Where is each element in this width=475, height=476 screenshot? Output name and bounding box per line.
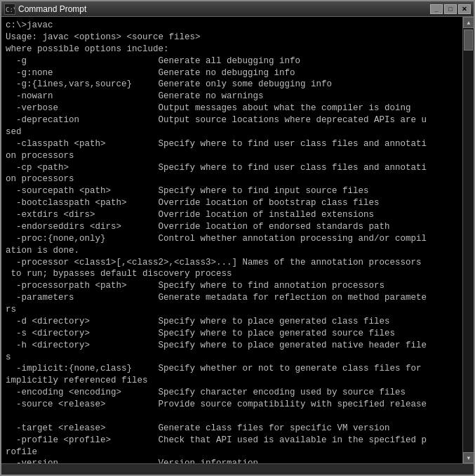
- statusbar: [1, 463, 474, 475]
- window-title: Command Prompt: [18, 4, 86, 14]
- scroll-down-arrow[interactable]: ▼: [463, 452, 474, 463]
- window-controls: _ □ ✕: [430, 4, 471, 14]
- scrollbar[interactable]: ▲ ▼: [462, 17, 474, 463]
- scroll-thumb[interactable]: [464, 29, 473, 51]
- titlebar-left: C:\ Command Prompt: [4, 4, 86, 15]
- scroll-track[interactable]: [463, 28, 474, 452]
- command-prompt-window: C:\ Command Prompt _ □ ✕ c:\>javac Usage…: [0, 0, 475, 476]
- cmd-icon: C:\: [4, 4, 15, 15]
- minimize-button[interactable]: _: [430, 4, 443, 14]
- svg-text:C:\: C:\: [6, 6, 15, 13]
- terminal-output[interactable]: c:\>javac Usage: javac <options> <source…: [1, 17, 462, 463]
- close-button[interactable]: ✕: [458, 4, 471, 14]
- content-area: c:\>javac Usage: javac <options> <source…: [1, 17, 474, 463]
- maximize-button[interactable]: □: [444, 4, 457, 14]
- titlebar: C:\ Command Prompt _ □ ✕: [1, 1, 474, 17]
- scroll-up-arrow[interactable]: ▲: [463, 17, 474, 28]
